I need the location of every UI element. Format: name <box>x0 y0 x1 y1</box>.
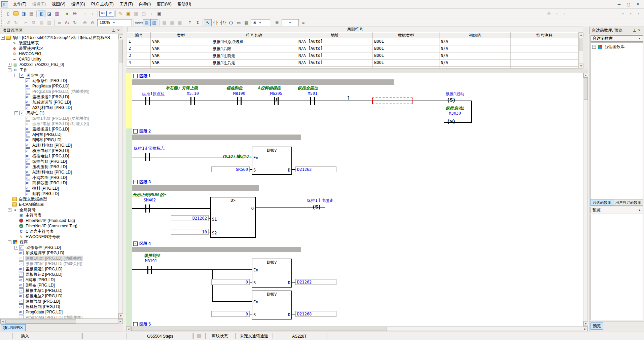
cell[interactable]: VAR <box>151 45 211 52</box>
tree-item[interactable]: 自定义数据类型 <box>0 196 123 202</box>
collapse-icon[interactable]: − <box>1 36 5 40</box>
tree-item[interactable]: ⇄A2刮料电缸 [PRG,LD] <box>0 169 123 175</box>
tab-user-library[interactable]: 用户自订函数库 <box>613 199 643 206</box>
scroll-left-icon[interactable]: ◄ <box>126 327 131 331</box>
cell[interactable]: N/A <box>439 60 511 67</box>
tree-item[interactable]: ▣主符号表 <box>0 213 123 218</box>
tree-item[interactable]: ⇄Prog0data [PRG,LD] <box>0 83 123 89</box>
close-icon[interactable]: ✕ <box>633 1 643 7</box>
find-replace-icon[interactable]: A↓ <box>63 19 71 26</box>
tree-item[interactable]: ←EtherNet/IP (Produced Tag) <box>0 218 123 223</box>
tree-item[interactable]: ⇄盖板搬运1 [PRG,LD] <box>0 266 123 272</box>
set-coil[interactable]: (S) <box>448 118 455 124</box>
no-contact[interactable] <box>147 266 152 274</box>
tree-item[interactable]: ⇄横推电缸1 [PRG,LD] <box>0 153 123 159</box>
operand-input[interactable]: 10 <box>171 229 209 235</box>
expand-icon[interactable]: + <box>14 246 18 250</box>
zoom-out-icon[interactable]: ⊖ <box>89 19 97 26</box>
tree-item[interactable]: ⇄横推电缸1 [PRG,LD] <box>0 288 123 293</box>
tree-item[interactable]: −程序 <box>0 239 123 245</box>
scroll-down-icon[interactable]: ▼ <box>583 321 588 326</box>
tree-item[interactable]: ⚙HWCONFIG <box>0 51 123 56</box>
tab-delta-library[interactable]: 台达函数库 <box>591 199 613 206</box>
collapse-icon[interactable]: − <box>8 68 11 72</box>
address-display-icon[interactable]: ADDR <box>135 19 143 26</box>
collapse-icon[interactable]: − <box>8 208 11 212</box>
no-contact[interactable] <box>145 97 150 105</box>
comment-list-icon[interactable]: ≡ <box>299 19 307 26</box>
tree-item[interactable]: +⇄动作条件 [PRG,LD] <box>0 245 123 250</box>
scroll-thumb[interactable] <box>579 38 583 51</box>
tree-item[interactable]: E-CAM编辑器 <box>0 202 123 207</box>
cell[interactable]: VAR <box>151 60 211 67</box>
network-icon[interactable]: ▦ <box>243 19 250 26</box>
tree-item[interactable]: ⊘装置使用状况 <box>0 46 123 51</box>
tree-item[interactable]: ⇄压机压制 [PRG,LD] <box>0 304 123 309</box>
tree-item-selected[interactable]: ⇄纵推1电缸 [PRG,LD] (功能关闭) <box>0 256 123 261</box>
edge-select[interactable]: ↑▼ <box>282 19 299 26</box>
upload-from-plc-icon[interactable]: ↓ <box>89 10 97 17</box>
tree-item[interactable]: ⇄A网布 [PRG,LD] <box>0 277 123 282</box>
column-header[interactable]: 数据类型 <box>373 32 439 38</box>
cell[interactable]: BOOL <box>373 45 439 52</box>
rising-edge-icon[interactable]: ↑ <box>347 93 350 101</box>
network-comment-bar[interactable] <box>132 79 394 85</box>
new-file-icon[interactable]: ▯ <box>4 10 12 17</box>
tree-item[interactable]: −⚙工作 <box>0 67 123 73</box>
insert-network-below-icon[interactable]: ↧ <box>194 19 202 26</box>
menu-help[interactable]: 帮助(H) <box>175 0 194 8</box>
expand-icon[interactable]: + <box>592 45 596 49</box>
toolbar-grip[interactable] <box>1 10 3 17</box>
selection-pointer-icon[interactable]: ↖ <box>204 19 212 26</box>
refresh-icon[interactable]: ↻ <box>71 19 79 26</box>
tree-item[interactable]: ✎HWCONFIG符号表 <box>0 234 123 239</box>
scroll-up-icon[interactable]: ▲ <box>583 73 588 78</box>
cell[interactable]: 4 <box>127 60 151 67</box>
tree-item[interactable]: ⇄Prog1data [PRG,LD] (功能关闭) <box>0 315 123 319</box>
tree-item[interactable]: ⇄A3刮料电缸 [PRG,LD] <box>0 105 123 110</box>
device-monitor-table-icon[interactable]: 101 <box>107 10 114 17</box>
checkbox-icon[interactable]: ✓ <box>20 111 24 115</box>
set-coil[interactable]: (S) <box>313 204 321 210</box>
scroll-right-icon[interactable]: ► <box>118 319 123 324</box>
tree-item[interactable]: ⇄盖板搬运1 [PRG,LD] <box>0 126 123 132</box>
tree-item[interactable]: +▥AS228T (AS200_PSJ_0) <box>0 62 123 67</box>
zoom-level-select[interactable]: 100%▼ <box>97 19 132 26</box>
cell[interactable] <box>511 45 578 52</box>
device-monitor-icon[interactable]: 101 <box>99 10 107 17</box>
cell[interactable]: N/A [Auto] <box>297 60 373 67</box>
insert-network-above-icon[interactable]: ↥ <box>186 19 194 26</box>
menu-file[interactable]: 文件(F) <box>10 0 29 8</box>
scroll-down-icon[interactable]: ▼ <box>118 313 123 318</box>
cell[interactable]: 纵推1往前走 <box>211 52 297 60</box>
tree-item[interactable]: ⇄盖板搬运2 [PRG,LD] <box>0 272 123 277</box>
column-header[interactable]: 编号 <box>127 32 151 38</box>
network-comment-bar[interactable] <box>132 247 301 252</box>
network-comment-bar[interactable] <box>132 135 301 140</box>
collapse-network-icon[interactable]: − <box>133 322 138 326</box>
cell[interactable]: BOOL <box>373 52 439 60</box>
operand-output[interactable]: D21268 <box>295 311 336 317</box>
menu-window[interactable]: 窗口(W) <box>154 0 174 8</box>
pin-icon[interactable]: ⊥ <box>632 28 637 33</box>
zoom-in-icon[interactable]: ⊕ <box>81 19 89 26</box>
collapse-network-icon[interactable]: − <box>133 129 138 134</box>
no-contact[interactable] <box>310 97 315 105</box>
tree-item[interactable]: ⇄商标芯圈 [PRG,LD] <box>0 180 123 186</box>
cell[interactable]: N/A <box>439 52 511 60</box>
cell[interactable]: N/A [Auto] <box>297 52 373 60</box>
tree-item[interactable]: ⇄A网布 [PRG,LD] <box>0 132 123 137</box>
output-view-icon[interactable]: ◪ <box>45 10 53 17</box>
tree-item[interactable]: ⇄B网布 [PRG,LD] <box>0 137 123 143</box>
tree-item[interactable]: ⇄加减速调节 [PRG,LD] <box>0 100 123 105</box>
cell[interactable]: VAR <box>151 38 211 45</box>
simulator-icon[interactable]: ▦ <box>132 10 140 17</box>
instruction-class-select[interactable]: &▼ <box>251 19 270 26</box>
tree-item[interactable]: −✓周期性 (1) <box>0 110 123 116</box>
operand-input[interactable]: D21262 <box>171 215 209 221</box>
cell[interactable]: N/A [Auto] <box>297 45 373 52</box>
tree-item[interactable]: ⇄A1刮料电缸 [PRG,LD] <box>0 143 123 148</box>
operand-output[interactable]: D21262 <box>295 279 336 285</box>
checkbox-icon[interactable]: ✓ <box>20 73 24 78</box>
tree-item[interactable]: →EtherNet/IP (Consumed Tag) <box>0 223 123 229</box>
